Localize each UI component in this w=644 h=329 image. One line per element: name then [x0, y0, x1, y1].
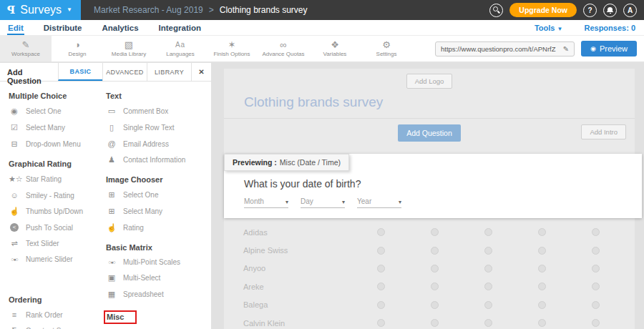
matrix-radio[interactable] [538, 228, 546, 236]
question-type-thumbs-up-down[interactable]: ☝Thumbs Up/Down [9, 203, 106, 220]
matrix-radio[interactable] [484, 228, 492, 236]
toolbar-settings[interactable]: ⚙ Settings [361, 36, 412, 62]
matrix-row-areke: Areke [224, 278, 635, 295]
question-type-multi-select[interactable]: ▣Multi-Select [106, 270, 210, 286]
matrix-radio[interactable] [592, 247, 600, 255]
nav-tab-distribute[interactable]: Distribute [43, 21, 83, 35]
matrix-row-adidas: Adidas [224, 223, 635, 241]
breadcrumb-folder[interactable]: Market Research - Aug 2019 [94, 5, 203, 15]
question-type-select-one[interactable]: ◉Select One [9, 103, 106, 119]
nav-tab-integration[interactable]: Integration [158, 21, 202, 35]
add-question-button[interactable]: Add Question [398, 124, 461, 142]
matrix-radio[interactable] [431, 247, 439, 255]
matrix-radio[interactable] [538, 247, 546, 255]
question-type-push-to-social[interactable]: <Push To Social [9, 220, 106, 235]
matrix-radio[interactable] [377, 319, 385, 327]
question-type-select-one[interactable]: ⊞Select One [106, 187, 210, 203]
add-logo-button[interactable]: Add Logo [406, 74, 453, 89]
matrix-radio[interactable] [484, 301, 492, 309]
question-type-select-many[interactable]: ⊞Select Many [106, 203, 210, 220]
matrix-radio[interactable] [592, 283, 600, 290]
notifications-button[interactable] [603, 4, 617, 17]
matrix-radio[interactable] [431, 228, 439, 236]
matrix-radio[interactable] [592, 228, 600, 236]
matrix-radio[interactable] [377, 247, 385, 255]
matrix-radio[interactable] [377, 265, 385, 272]
breadcrumb: Market Research - Aug 2019 > Clothing br… [94, 5, 308, 15]
media-library-icon: ▧ [125, 40, 133, 49]
upgrade-now-button[interactable]: Upgrade Now [509, 3, 577, 17]
toolbar-workspace[interactable]: ✎ Workspace [0, 36, 52, 62]
matrix-radio[interactable] [484, 265, 492, 272]
matrix-radio[interactable] [484, 247, 492, 255]
matrix-radio[interactable] [538, 283, 546, 290]
toolbar-finish-options[interactable]: ✶ Finish Options [206, 36, 258, 62]
matrix-radio[interactable] [592, 301, 600, 309]
matrix-radio[interactable] [377, 283, 385, 290]
question-type-star-rating[interactable]: ★☆Star Rating [9, 171, 106, 187]
matrix-radio[interactable] [592, 265, 600, 272]
section-header-graphical-rating: Graphical Rating [9, 159, 106, 168]
nav-tab-analytics[interactable]: Analytics [101, 21, 139, 35]
question-type-contact-information[interactable]: ♟Contact Information [106, 152, 210, 168]
surveys-product-menu[interactable]: P Surveys ▼ [0, 0, 81, 20]
question-type-select-many[interactable]: ☑Select Many [9, 119, 106, 136]
edit-pencil-icon[interactable]: ✎ [563, 45, 569, 53]
toolbar-design[interactable]: ◑ Design [52, 36, 103, 62]
day-dropdown[interactable]: Day▾ [301, 197, 345, 208]
question-type-label: Email Address [123, 140, 169, 148]
question-type-single-row-text[interactable]: ▯Single Row Text [106, 119, 210, 136]
matrix-radio[interactable] [592, 319, 600, 327]
question-type-rank-order[interactable]: ≡Rank Order [9, 307, 106, 323]
close-icon[interactable]: ✕ [191, 63, 211, 81]
matrix-radio[interactable] [538, 301, 546, 309]
tab-basic[interactable]: BASIC [58, 63, 102, 81]
toolbar-languages[interactable]: Aa Languages [155, 36, 206, 62]
question-type-comment-box[interactable]: ▭Comment Box [106, 103, 210, 119]
breadcrumb-survey-name: Clothing brands survey [220, 5, 308, 15]
matrix-radio[interactable] [377, 228, 385, 236]
matrix-radio[interactable] [484, 283, 492, 290]
question-type-multi-point-scales[interactable]: ○●○Multi-Point Scales [106, 255, 210, 270]
help-button[interactable]: ? [583, 4, 597, 17]
matrix-radio[interactable] [538, 319, 546, 327]
matrix-radio[interactable] [377, 301, 385, 309]
toolbar-variables[interactable]: ❖ Variables [309, 36, 361, 62]
question-type-drop-down-menu[interactable]: ⊟Drop-down Menu [9, 136, 106, 152]
multi-point-scales-icon: ○●○ [106, 260, 117, 265]
question-type-smiley-rating[interactable]: ☺Smiley - Rating [9, 187, 106, 203]
toolbar-media-library[interactable]: ▧ Media Library [103, 36, 155, 62]
nav-tab-edit[interactable]: Edit [7, 21, 24, 35]
question-type-spreadsheet[interactable]: ▦Spreadsheet [106, 286, 210, 303]
search-button[interactable] [489, 4, 503, 17]
month-dropdown[interactable]: Month▾ [244, 197, 288, 208]
question-type-email-address[interactable]: @Email Address [106, 136, 210, 152]
tools-menu[interactable]: Tools ▼ [535, 24, 563, 32]
matrix-radio[interactable] [431, 319, 439, 327]
question-type-label: Rating [123, 224, 144, 232]
tab-library[interactable]: LIBRARY [147, 63, 191, 81]
question-type-label: Rank Order [26, 311, 63, 319]
question-type-label: Select One [26, 107, 61, 115]
section-header-image-chooser: Image Chooser [106, 175, 210, 184]
previewing-tab: Previewing : Misc (Date / Time) [224, 154, 349, 171]
responses-count[interactable]: Responses: 0 [584, 24, 635, 32]
survey-url-field[interactable]: https://www.questionpro.com/t/APNrfZ ✎ [435, 41, 575, 57]
question-type-rating[interactable]: ☝Rating [106, 220, 210, 236]
preview-button[interactable]: ◉ Preview [581, 41, 637, 57]
question-type-text-slider[interactable]: ⇌Text Slider [9, 235, 106, 252]
question-type-constant-sum[interactable]: ΣConstant Sum [9, 323, 106, 329]
matrix-radio[interactable] [431, 265, 439, 272]
matrix-radio[interactable] [484, 319, 492, 327]
matrix-radio[interactable] [431, 283, 439, 290]
matrix-radio[interactable] [538, 265, 546, 272]
survey-title[interactable]: Clothing brands survey [224, 89, 635, 118]
question-type-numeric-slider[interactable]: ○●○Numeric Slider [9, 252, 106, 267]
add-intro-button[interactable]: Add Intro [581, 124, 626, 139]
tab-advanced[interactable]: ADVANCED [102, 63, 147, 81]
matrix-radio[interactable] [431, 301, 439, 309]
avatar[interactable]: A [623, 4, 637, 17]
year-dropdown[interactable]: Year▾ [357, 197, 401, 208]
toolbar-advance-quotas[interactable]: ∞ Advance Quotas [258, 36, 309, 62]
add-question-panel: Add Question BASIC ADVANCED LIBRARY ✕ Mu… [0, 63, 211, 329]
